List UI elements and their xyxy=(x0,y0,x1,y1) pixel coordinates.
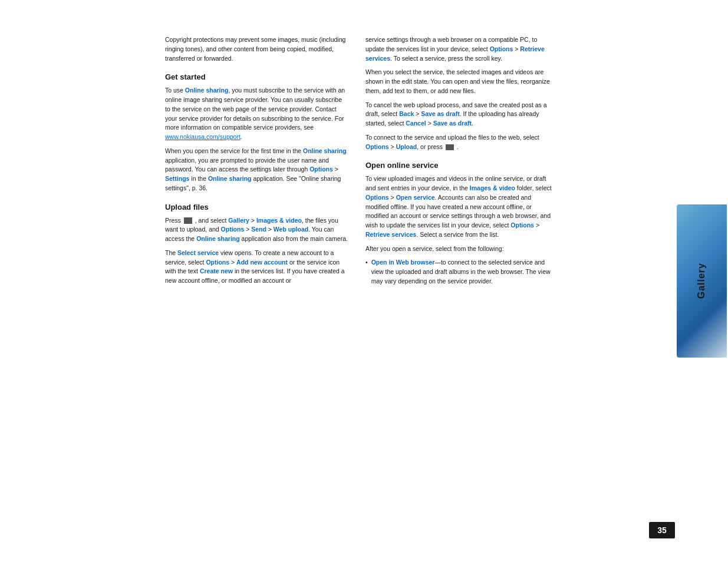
left-column: Copyright protections may prevent some i… xyxy=(165,35,348,538)
options-link4[interactable]: Options xyxy=(490,45,513,52)
bullet-text: Open in Web browser—to connect to the se… xyxy=(371,258,554,286)
connect-upload-para: To connect to the service and upload the… xyxy=(365,133,554,152)
options-link5[interactable]: Options xyxy=(365,143,389,150)
gallery-icon xyxy=(184,217,192,224)
upload-icon xyxy=(446,144,454,150)
options-link2[interactable]: Options xyxy=(221,226,245,233)
options-link6[interactable]: Options xyxy=(365,194,389,201)
images-video-link2[interactable]: Images & video xyxy=(470,184,515,191)
bullet-open-web-browser: • Open in Web browser—to connect to the … xyxy=(365,258,554,286)
options-link7[interactable]: Options xyxy=(510,222,534,229)
options-link1[interactable]: Options xyxy=(309,166,333,173)
upload-files-para2: The Select service view opens. To create… xyxy=(165,249,348,286)
online-sharing-link4[interactable]: Online sharing xyxy=(196,235,240,242)
images-video-link1[interactable]: Images & video xyxy=(256,217,302,224)
get-started-heading: Get started xyxy=(165,72,348,81)
right-column: service settings through a web browser o… xyxy=(365,35,554,538)
open-web-browser-link[interactable]: Open in Web browser xyxy=(371,259,435,266)
back-link[interactable]: Back xyxy=(399,110,414,117)
save-as-draft-link1[interactable]: Save as draft xyxy=(421,110,459,117)
sidebar: Gallery xyxy=(675,0,728,562)
online-sharing-link1[interactable]: Online sharing xyxy=(185,87,229,94)
get-started-para2: When you open the service for the first … xyxy=(165,147,348,193)
online-sharing-link3[interactable]: Online sharing xyxy=(208,175,252,182)
nokia-url[interactable]: www.nokiausa.com/support xyxy=(165,133,241,140)
retrieve-services-link2[interactable]: Retrieve services xyxy=(365,231,416,238)
options-link3[interactable]: Options xyxy=(206,259,229,266)
main-content: Copyright protections may prevent some i… xyxy=(0,0,728,562)
cancel-upload-para: To cancel the web upload process, and sa… xyxy=(365,101,554,128)
gallery-sidebar-tab: Gallery xyxy=(677,204,727,358)
settings-link1[interactable]: Settings xyxy=(165,175,189,182)
upload-files-heading: Upload files xyxy=(165,203,348,211)
send-link[interactable]: Send xyxy=(251,226,266,233)
select-service-link[interactable]: Select service xyxy=(177,249,219,256)
bullet-dot: • xyxy=(365,259,368,286)
get-started-para1: To use Online sharing, you must subscrib… xyxy=(165,86,348,142)
right-intro-para: service settings through a web browser o… xyxy=(365,35,554,63)
retrieve-services-link1[interactable]: Retrieve services xyxy=(365,45,545,62)
after-open-service-para: After you open a service, select from th… xyxy=(365,244,554,254)
online-sharing-link2[interactable]: Online sharing xyxy=(303,147,347,154)
open-online-service-heading: Open online service xyxy=(365,161,554,170)
page-number-box: 35 xyxy=(649,522,675,538)
page-container: Copyright protections may prevent some i… xyxy=(0,0,728,562)
page-number: 35 xyxy=(657,525,667,535)
cancel-link[interactable]: Cancel xyxy=(406,120,426,127)
open-service-para1: To view uploaded images and videos in th… xyxy=(365,174,554,239)
save-as-draft-link2[interactable]: Save as draft xyxy=(433,120,472,127)
upload-files-para1: Press , and select Gallery > Images & vi… xyxy=(165,216,348,244)
upload-link[interactable]: Upload xyxy=(396,143,417,150)
gallery-link[interactable]: Gallery xyxy=(228,217,249,224)
edit-state-para: When you select the service, the selecte… xyxy=(365,68,554,95)
add-new-account-link[interactable]: Add new account xyxy=(236,259,288,266)
open-service-link[interactable]: Open service xyxy=(396,194,435,201)
create-new-link[interactable]: Create new xyxy=(200,267,233,275)
gallery-sidebar-label: Gallery xyxy=(696,263,707,299)
web-upload-link1[interactable]: Web upload xyxy=(274,226,308,233)
intro-paragraph: Copyright protections may prevent some i… xyxy=(165,35,348,63)
